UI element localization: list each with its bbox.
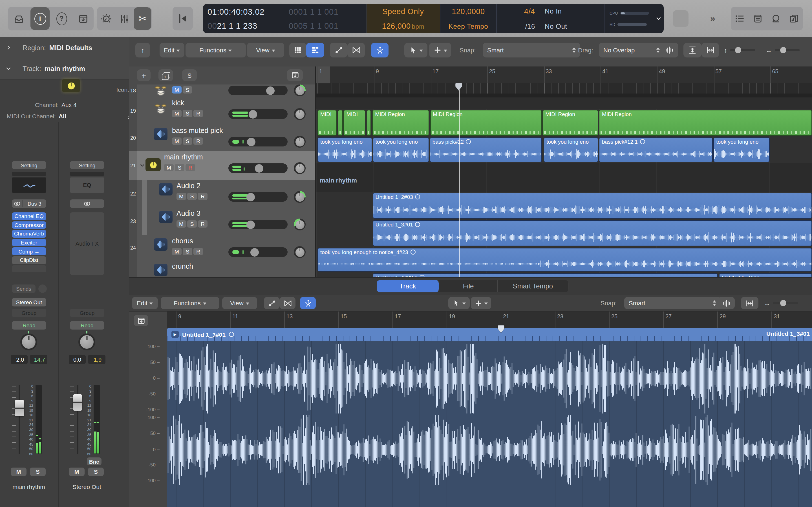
- output-bus-button[interactable]: Bus 3: [12, 200, 46, 208]
- hide-track-header-button[interactable]: [287, 69, 303, 81]
- view-rows-button[interactable]: [306, 43, 324, 57]
- waveform-zoom-button[interactable]: [660, 43, 678, 57]
- bar-ruler[interactable]: 1917253341495765: [316, 66, 812, 84]
- h-zoom-thumb[interactable]: [780, 47, 786, 53]
- solo-button[interactable]: S: [187, 220, 197, 228]
- pan-knob[interactable]: [294, 108, 306, 120]
- region-Untitled 1_4#08.3[interactable]: Untitled 1_4#08.3: [373, 273, 718, 277]
- volume-meter-pill[interactable]: [229, 86, 288, 95]
- media-files-button[interactable]: [785, 9, 802, 28]
- track-header-bass muted pick[interactable]: 20bass muted pickMSR: [129, 124, 315, 152]
- region-took you long eno[interactable]: took you long eno: [317, 137, 372, 162]
- editor-crossfade-button[interactable]: [280, 297, 296, 309]
- pan-knob[interactable]: [294, 219, 306, 230]
- region-took you long eno[interactable]: took you long eno: [713, 137, 770, 162]
- region-took you long enough to notice_4#23[interactable]: took you long enough to notice_4#23: [317, 248, 812, 272]
- editors-button[interactable]: ✂: [134, 7, 151, 30]
- pan-knob[interactable]: [294, 191, 306, 203]
- editor-catch-button[interactable]: [134, 315, 148, 326]
- mute-button[interactable]: M: [11, 467, 27, 476]
- pan-knob[interactable]: [79, 334, 95, 350]
- editor-zoom-slider[interactable]: ↔: [764, 297, 808, 309]
- region-unnamed[interactable]: [366, 110, 371, 136]
- duplicate-track-button[interactable]: +: [158, 69, 173, 81]
- volume-meter-pill[interactable]: [229, 109, 288, 119]
- editor-split-tool-button[interactable]: [300, 297, 316, 309]
- lane-crunch[interactable]: Untitled 1_4#08.3Untitled 1_4#08.: [316, 273, 812, 277]
- automation-mode-button[interactable]: Read: [70, 321, 104, 330]
- secondary-tool-button[interactable]: [429, 43, 451, 57]
- send-knob-slot[interactable]: [38, 284, 47, 293]
- inspector-toggle-button[interactable]: i: [31, 7, 50, 30]
- channel-strip-setting-button[interactable]: Setting: [12, 161, 46, 169]
- fader-cap[interactable]: [15, 400, 24, 416]
- region-MIDI Region[interactable]: MIDI Region: [543, 110, 598, 136]
- group-button[interactable]: Group: [70, 309, 104, 317]
- region-Untitled 1_2#03[interactable]: Untitled 1_2#03: [373, 193, 812, 219]
- crossfade-button[interactable]: [347, 43, 365, 57]
- track-header-kick[interactable]: 19kickMSR: [129, 97, 315, 125]
- lane-bass muted pick[interactable]: took you long enotook you long enobass p…: [316, 137, 812, 164]
- solo-button[interactable]: S: [175, 164, 185, 171]
- ruler-tick-band[interactable]: [316, 83, 812, 98]
- track-header-18[interactable]: 18MS: [129, 84, 315, 98]
- solo-button[interactable]: S: [187, 193, 197, 200]
- eq-display-slot[interactable]: EQ: [70, 177, 104, 193]
- lcd-midi-io-cell[interactable]: No InNo Out: [540, 4, 605, 33]
- pan-knob[interactable]: [20, 334, 37, 350]
- editor-bar-ruler[interactable]: 91113151719212325272931: [167, 312, 812, 328]
- editor-snap-select[interactable]: Smart: [624, 297, 721, 309]
- record-enable-button[interactable]: R: [193, 137, 203, 145]
- pointer-tool-button[interactable]: [404, 43, 427, 57]
- plugin-slot-button[interactable]: Exciter: [12, 239, 46, 246]
- disclosure-chevron-icon[interactable]: [138, 161, 146, 169]
- region-Untitled 1_3#01[interactable]: Untitled 1_3#01: [373, 220, 812, 246]
- track-header-crunch[interactable]: crunch: [129, 260, 315, 277]
- lcd-tempo-cell[interactable]: Speed Only126,000bpm: [366, 4, 441, 33]
- record-enable-button[interactable]: R: [198, 220, 207, 228]
- editor-zoom-thumb[interactable]: [780, 300, 786, 306]
- volume-slider-handle[interactable]: [266, 86, 274, 95]
- track-header-Audio 2[interactable]: 22Audio 2MSR: [129, 180, 315, 208]
- mute-button[interactable]: M: [172, 86, 182, 94]
- solo-button[interactable]: S: [183, 248, 192, 255]
- lane-chorus[interactable]: took you long enough to notice_4#23: [316, 247, 812, 273]
- menu-edit[interactable]: Edit: [160, 43, 185, 57]
- level-value[interactable]: -1,9: [88, 355, 105, 364]
- mute-button[interactable]: M: [176, 193, 186, 200]
- editor-menu-edit[interactable]: Edit: [132, 297, 158, 309]
- vertical-fit-button[interactable]: [683, 43, 702, 57]
- lcd-meters-cell[interactable]: CPUHD: [605, 4, 654, 33]
- mixer-button[interactable]: [116, 9, 133, 28]
- pan-knob[interactable]: [294, 136, 306, 148]
- note-pads-button[interactable]: [749, 9, 766, 28]
- group-button[interactable]: Group: [12, 309, 46, 317]
- output-button[interactable]: Stereo Out: [12, 298, 46, 306]
- record-enable-button[interactable]: R: [193, 248, 203, 255]
- solo-button[interactable]: S: [183, 137, 192, 145]
- sends-button[interactable]: Sends: [12, 284, 36, 293]
- region-MIDI[interactable]: MIDI: [317, 110, 337, 136]
- pan-value[interactable]: 0,0: [69, 355, 86, 364]
- mute-button[interactable]: M: [172, 137, 182, 145]
- mute-button[interactable]: M: [172, 248, 182, 255]
- track-header-Audio 3[interactable]: 23Audio 3MSR: [129, 207, 315, 235]
- global-solo-button[interactable]: S: [182, 69, 197, 81]
- volume-slider-handle[interactable]: [246, 220, 255, 229]
- lcd-tempo-ref-cell[interactable]: 120,0000Keep Tempo: [441, 4, 497, 33]
- solo-button[interactable]: S: [183, 110, 192, 117]
- editor-secondary-tool-button[interactable]: [471, 297, 491, 309]
- view-grid-button[interactable]: [289, 43, 306, 57]
- horizontal-fit-button[interactable]: [702, 43, 719, 57]
- mute-button[interactable]: M: [69, 467, 85, 476]
- media-browser-button[interactable]: [9, 9, 28, 28]
- quick-help-button[interactable]: ?: [52, 9, 71, 28]
- editor-menu-functions[interactable]: Functions: [161, 297, 219, 309]
- volume-meter-pill[interactable]: [229, 163, 288, 173]
- volume-meter-pill[interactable]: [229, 247, 288, 257]
- smart-controls-button[interactable]: [97, 9, 115, 28]
- solo-button[interactable]: S: [183, 86, 192, 94]
- editor-pointer-tool-button[interactable]: [448, 297, 470, 309]
- pan-knob[interactable]: [294, 84, 306, 96]
- channel-strip-setting-button[interactable]: Setting: [70, 161, 104, 169]
